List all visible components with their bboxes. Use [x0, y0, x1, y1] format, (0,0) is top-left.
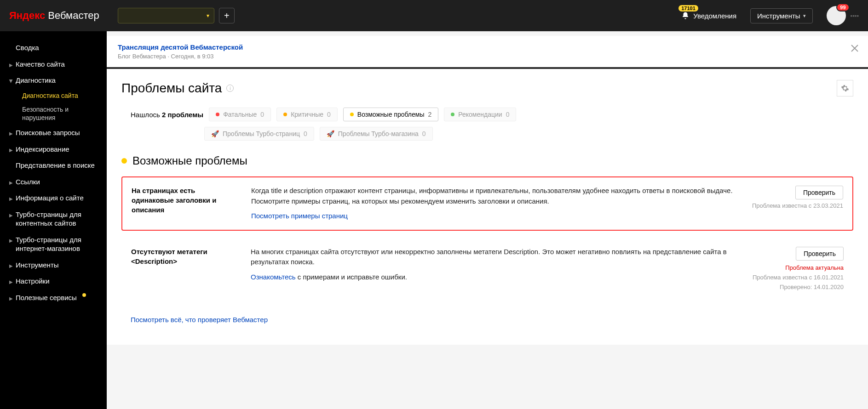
caret-icon: ▶ [9, 263, 13, 269]
close-icon[interactable] [851, 44, 859, 52]
sidebar: Сводка ▶Качество сайта ▶Диагностика Диаг… [0, 31, 107, 409]
top-header: Яндекс Вебмастер ▾ + 17101 Уведомления И… [0, 0, 868, 31]
sidebar-item-presentation[interactable]: Представление в поиске [0, 157, 107, 174]
filter-recommendations[interactable]: Рекомендации0 [444, 108, 516, 121]
problem-description: На многих страницах сайта отсутствуют ил… [251, 247, 733, 267]
filter-possible[interactable]: Возможные проблемы2 [343, 108, 438, 121]
user-avatar[interactable]: 99 [827, 6, 846, 25]
sidebar-item-indexing[interactable]: ▶Индексирование [0, 141, 107, 158]
announcement-banner: Трансляция десятой Вебмастерской Блог Ве… [107, 36, 868, 69]
sidebar-item-turbo-content[interactable]: ▶Турбо-страницы для контентных сайтов [0, 206, 107, 232]
section-title: Возможные проблемы [132, 154, 247, 167]
problem-title: Отсутствуют метатеги <Description> [131, 247, 232, 266]
filter-turbo-shop[interactable]: 🚀Проблемы Турбо-магазина0 [320, 127, 433, 141]
problem-card: На страницах есть одинаковые заголовки и… [121, 176, 853, 231]
rocket-icon: 🚀 [211, 130, 219, 137]
sidebar-item-turbo-shop[interactable]: ▶Турбо-страницы для интернет-магазинов [0, 232, 107, 257]
sidebar-item-settings[interactable]: ▶Настройки [0, 273, 107, 290]
sidebar-item-tools[interactable]: ▶Инструменты [0, 257, 107, 273]
filter-critical[interactable]: Критичные0 [276, 108, 338, 121]
dot-icon [216, 113, 219, 116]
tools-dropdown[interactable]: Инструменты ▾ [750, 8, 813, 23]
caret-icon: ▶ [9, 212, 13, 218]
notif-label: Уведомления [693, 12, 736, 20]
sidebar-item-diagnostics[interactable]: ▶Диагностика [0, 72, 107, 89]
site-selector-dropdown[interactable]: ▾ [118, 8, 214, 23]
sidebar-item-useful[interactable]: ▶Полезные сервисы [0, 290, 107, 306]
gear-icon [841, 84, 849, 92]
avatar-badge: 99 [836, 3, 849, 11]
dot-icon [451, 113, 454, 116]
caret-icon: ▶ [9, 279, 13, 285]
example-pages-link[interactable]: Посмотреть примеры страниц [251, 211, 348, 222]
sidebar-item-summary[interactable]: Сводка [0, 40, 107, 56]
sidebar-subitem-security[interactable]: Безопасность и нарушения [6, 102, 107, 125]
plus-icon: + [224, 11, 230, 21]
problem-desc-post: с примерами и исправьте ошибки. [296, 273, 407, 281]
caret-icon: ▶ [9, 62, 13, 68]
caret-icon: ▶ [9, 238, 13, 244]
notifications-button[interactable]: 17101 Уведомления [681, 11, 736, 20]
problem-known-since: Проблема известна с 23.03.2021 [751, 202, 843, 209]
caret-icon: ▶ [9, 196, 13, 202]
caret-icon: ▶ [9, 295, 13, 301]
notif-count-badge: 17101 [678, 5, 698, 11]
filter-fatal[interactable]: Фатальные0 [209, 108, 271, 121]
learn-more-link[interactable]: Ознакомьтесь [251, 273, 296, 281]
dot-icon [283, 113, 287, 116]
sidebar-item-site-info[interactable]: ▶Информация о сайте [0, 190, 107, 206]
sidebar-item-links[interactable]: ▶Ссылки [0, 174, 107, 190]
info-icon[interactable]: i [226, 85, 234, 92]
caret-icon: ▶ [9, 131, 13, 136]
section-dot-icon [121, 158, 127, 164]
settings-button[interactable] [837, 80, 853, 97]
main-content: Трансляция десятой Вебмастерской Блог Ве… [107, 31, 868, 409]
banner-title-link[interactable]: Трансляция десятой Вебмастерской [118, 43, 243, 51]
chevron-down-icon: ▾ [803, 13, 806, 19]
page-title: Проблемы сайта [121, 81, 222, 96]
add-site-button[interactable]: + [219, 8, 235, 23]
filter-turbo-pages[interactable]: 🚀Проблемы Турбо-страниц0 [204, 127, 314, 141]
caret-icon: ▶ [9, 147, 13, 153]
see-all-checks-link[interactable]: Посмотреть всё, что проверяет Вебмастер [121, 316, 268, 324]
sidebar-item-quality[interactable]: ▶Качество сайта [0, 56, 107, 73]
check-button[interactable]: Проверить [795, 186, 843, 199]
problem-known-since: Проблема известна с 16.01.2021 [752, 274, 844, 281]
sidebar-item-search-queries[interactable]: ▶Поисковые запросы [0, 125, 107, 141]
username: ▪▪▪▪ [851, 12, 859, 19]
logo-webmaster: Вебмастер [48, 10, 99, 22]
caret-icon: ▶ [9, 180, 13, 186]
check-button[interactable]: Проверить [796, 247, 844, 261]
new-badge-dot [82, 293, 86, 297]
problem-checked: Проверено: 14.01.2020 [752, 284, 844, 290]
logo-yandex: Яндекс [9, 10, 45, 22]
rocket-icon: 🚀 [327, 130, 334, 137]
bell-icon [681, 11, 690, 20]
problem-description: Когда title и description отражают конте… [251, 186, 733, 206]
problem-card: Отсутствуют метатеги <Description> На мн… [121, 238, 853, 299]
banner-subtitle: Блог Вебмастера · Сегодня, в 9:03 [118, 53, 243, 60]
found-label: Нашлось 2 проблемы [131, 111, 203, 119]
sidebar-subitem-diag-site[interactable]: Диагностика сайта [6, 89, 107, 102]
problem-status: Проблема актуальна [752, 264, 844, 271]
chevron-down-icon: ▾ [207, 12, 209, 19]
problem-title: На страницах есть одинаковые заголовки и… [132, 186, 233, 215]
tools-label: Инструменты [757, 12, 800, 20]
logo[interactable]: Яндекс Вебмастер [9, 10, 99, 22]
dot-icon [350, 113, 354, 116]
caret-icon: ▶ [8, 80, 14, 83]
